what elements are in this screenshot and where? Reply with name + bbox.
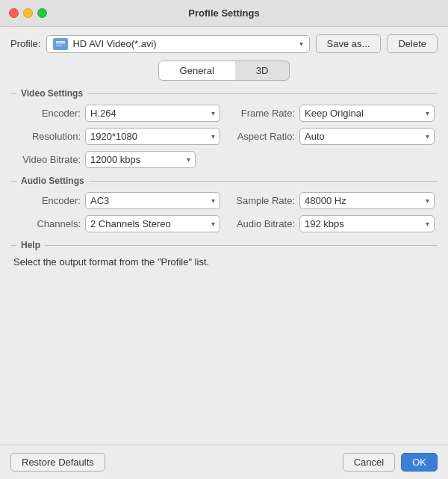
tabs-container: General 3D	[158, 61, 290, 81]
video-bitrate-value: 12000 kbps	[90, 154, 184, 165]
video-settings-title: Video Settings	[16, 88, 87, 99]
profile-dropdown[interactable]: HD AVI Video(*.avi) ▾	[46, 35, 309, 53]
resolution-arrow-icon: ▾	[211, 132, 215, 140]
resolution-row: Resolution: 1920*1080 ▾	[13, 128, 220, 145]
help-section: Help Select the output format from the "…	[10, 240, 438, 268]
audio-settings-title: Audio Settings	[16, 176, 89, 186]
audio-bitrate-label: Audio Bitrate:	[228, 218, 295, 229]
encoder-row: Encoder: H.264 ▾	[13, 105, 220, 122]
audio-bitrate-select[interactable]: 192 kbps ▾	[299, 215, 435, 232]
video-bitrate-select[interactable]: 12000 kbps ▾	[85, 151, 196, 168]
sample-rate-row: Sample Rate: 48000 Hz ▾	[228, 192, 435, 209]
frame-rate-arrow-icon: ▾	[426, 109, 429, 117]
tabs-row: General 3D	[10, 61, 438, 81]
encoder-arrow-icon: ▾	[211, 109, 215, 117]
channels-value: 2 Channels Stereo	[90, 218, 208, 229]
audio-settings-divider: Audio Settings	[10, 176, 438, 186]
profile-value: HD AVI Video(*.avi)	[72, 38, 294, 49]
help-divider: Help	[10, 240, 438, 250]
svg-rect-1	[56, 41, 65, 43]
restore-defaults-button[interactable]: Restore Defaults	[10, 453, 105, 472]
profile-label: Profile:	[10, 38, 40, 49]
audio-bitrate-value: 192 kbps	[305, 218, 423, 229]
sample-rate-value: 48000 Hz	[305, 195, 423, 206]
traffic-lights	[9, 8, 47, 18]
aspect-ratio-label: Aspect Ratio:	[228, 131, 295, 142]
profile-icon	[53, 38, 68, 50]
video-settings-section: Video Settings Encoder: H.264 ▾ Frame Ra…	[10, 88, 438, 168]
sample-rate-label: Sample Rate:	[228, 195, 295, 206]
help-title: Help	[16, 240, 45, 250]
sample-rate-arrow-icon: ▾	[426, 197, 429, 205]
aspect-ratio-arrow-icon: ▾	[426, 132, 429, 140]
video-fields-grid: Encoder: H.264 ▾ Frame Rate: Keep Origin…	[13, 105, 435, 145]
profile-arrow-icon: ▾	[299, 40, 303, 48]
help-text: Select the output format from the "Profi…	[13, 256, 435, 268]
channels-row: Channels: 2 Channels Stereo ▾	[13, 215, 220, 232]
delete-button[interactable]: Delete	[387, 34, 438, 53]
video-settings-divider: Video Settings	[10, 88, 438, 99]
resolution-select[interactable]: 1920*1080 ▾	[85, 128, 220, 145]
aspect-ratio-select[interactable]: Auto ▾	[299, 128, 435, 145]
aspect-ratio-row: Aspect Ratio: Auto ▾	[228, 128, 435, 145]
audio-bitrate-row: Audio Bitrate: 192 kbps ▾	[228, 215, 435, 232]
svg-rect-2	[56, 43, 65, 44]
video-settings-body: Encoder: H.264 ▾ Frame Rate: Keep Origin…	[10, 105, 438, 168]
channels-label: Channels:	[13, 218, 81, 229]
main-content: Profile: HD AVI Video(*.avi) ▾ Save as..…	[0, 27, 448, 445]
sample-rate-select[interactable]: 48000 Hz ▾	[299, 192, 435, 209]
audio-encoder-arrow-icon: ▾	[211, 197, 215, 205]
frame-rate-label: Frame Rate:	[228, 108, 295, 119]
maximize-button[interactable]	[37, 8, 47, 18]
encoder-select[interactable]: H.264 ▾	[85, 105, 220, 122]
audio-encoder-select[interactable]: AC3 ▾	[85, 192, 220, 209]
frame-rate-value: Keep Original	[305, 108, 423, 119]
minimize-button[interactable]	[23, 8, 33, 18]
audio-bitrate-arrow-icon: ▾	[426, 220, 429, 228]
title-bar: Profile Settings	[0, 0, 448, 27]
audio-encoder-label: Encoder:	[13, 195, 81, 206]
close-button[interactable]	[9, 8, 19, 18]
help-body: Select the output format from the "Profi…	[10, 256, 438, 268]
cancel-button[interactable]: Cancel	[343, 453, 395, 472]
bottom-bar: Restore Defaults Cancel OK	[0, 445, 448, 479]
profile-row: Profile: HD AVI Video(*.avi) ▾ Save as..…	[10, 34, 438, 53]
audio-settings-section: Audio Settings Encoder: AC3 ▾ Sample Rat…	[10, 176, 438, 232]
audio-encoder-row: Encoder: AC3 ▾	[13, 192, 220, 209]
resolution-label: Resolution:	[13, 131, 81, 142]
frame-rate-select[interactable]: Keep Original ▾	[299, 105, 435, 122]
video-bitrate-row: Video Bitrate: 12000 kbps ▾	[13, 151, 435, 168]
svg-rect-3	[56, 45, 62, 46]
frame-rate-row: Frame Rate: Keep Original ▾	[228, 105, 435, 122]
channels-select[interactable]: 2 Channels Stereo ▾	[85, 215, 220, 232]
video-bitrate-label: Video Bitrate:	[13, 154, 81, 165]
audio-encoder-value: AC3	[90, 195, 208, 206]
resolution-value: 1920*1080	[90, 131, 208, 142]
window-title: Profile Settings	[188, 7, 259, 19]
encoder-value: H.264	[90, 108, 208, 119]
encoder-label: Encoder:	[13, 108, 81, 119]
save-as-button[interactable]: Save as...	[316, 34, 382, 53]
video-bitrate-arrow-icon: ▾	[187, 155, 190, 164]
channels-arrow-icon: ▾	[211, 220, 215, 228]
audio-fields-grid: Encoder: AC3 ▾ Sample Rate: 48000 Hz ▾ C…	[13, 192, 435, 232]
audio-settings-body: Encoder: AC3 ▾ Sample Rate: 48000 Hz ▾ C…	[10, 192, 438, 232]
tab-general[interactable]: General	[159, 61, 235, 80]
tab-3d[interactable]: 3D	[235, 61, 290, 80]
aspect-ratio-value: Auto	[305, 131, 423, 142]
ok-button[interactable]: OK	[401, 453, 438, 472]
